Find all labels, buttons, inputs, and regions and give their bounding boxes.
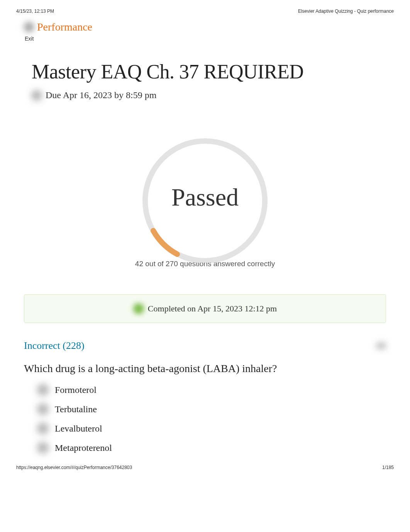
incorrect-heading[interactable]: Incorrect (228) — [24, 340, 85, 352]
progress-section: Passed 42 out of 270 questions answered … — [0, 135, 410, 268]
option-row: Metaproterenol — [37, 442, 386, 454]
completed-banner: Completed on Apr 15, 2023 12:12 pm — [24, 294, 386, 323]
option-row: Formoterol — [37, 384, 386, 396]
print-timestamp: 4/15/23, 12:13 PM — [16, 8, 54, 14]
option-label: Levalbuterol — [55, 423, 102, 434]
print-footer: https://eaqng.elsevier.com/#/quizPerform… — [16, 465, 394, 470]
check-icon — [133, 303, 144, 314]
footer-page-num: 1/185 — [382, 465, 394, 470]
result-status: Passed — [171, 183, 239, 212]
performance-link[interactable]: Performance — [37, 21, 92, 33]
top-nav: Performance Exit — [0, 14, 410, 42]
options-list: Formoterol Terbutaline Levalbuterol Meta… — [37, 384, 386, 454]
option-row: Levalbuterol — [37, 423, 386, 434]
back-icon[interactable] — [24, 22, 34, 32]
option-label: Metaproterenol — [55, 443, 112, 453]
main-content: Mastery EAQ Ch. 37 REQUIRED Due Apr 16, … — [0, 42, 410, 100]
completed-text: Completed on Apr 15, 2023 12:12 pm — [148, 304, 277, 314]
due-row: Due Apr 16, 2023 by 8:59 pm — [32, 90, 386, 100]
performance-breadcrumb[interactable]: Performance — [24, 21, 394, 33]
option-marker-icon — [37, 384, 49, 396]
option-marker-icon — [37, 403, 49, 415]
print-page-title: Elsevier Adaptive Quizzing - Quiz perfor… — [298, 8, 394, 14]
question-text: Which drug is a long-acting beta-agonist… — [24, 362, 386, 375]
print-header: 4/15/23, 12:13 PM Elsevier Adaptive Quiz… — [0, 0, 410, 14]
collapse-icon[interactable] — [376, 342, 386, 349]
progress-ring: Passed — [132, 135, 278, 263]
quiz-title: Mastery EAQ Ch. 37 REQUIRED — [32, 60, 386, 83]
option-marker-icon — [37, 423, 49, 434]
question-block: Which drug is a long-acting beta-agonist… — [24, 362, 386, 454]
footer-url: https://eaqng.elsevier.com/#/quizPerform… — [16, 465, 132, 470]
incorrect-section-header[interactable]: Incorrect (228) — [24, 340, 386, 352]
option-label: Formoterol — [55, 385, 97, 395]
clock-icon — [32, 90, 42, 100]
option-label: Terbutaline — [55, 404, 97, 415]
due-date: Due Apr 16, 2023 by 8:59 pm — [46, 90, 156, 100]
option-marker-icon — [37, 442, 49, 454]
exit-link[interactable]: Exit — [25, 36, 394, 42]
option-row: Terbutaline — [37, 403, 386, 415]
